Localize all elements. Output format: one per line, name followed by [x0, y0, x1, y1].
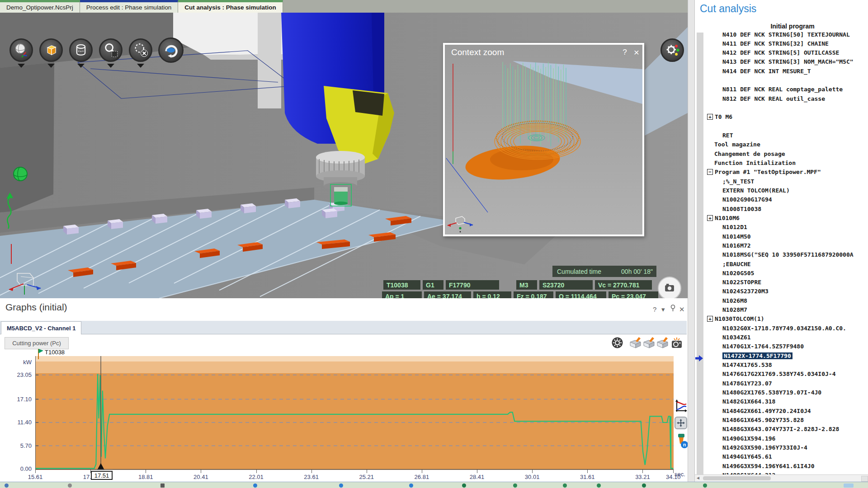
gcode-line[interactable]: N1002G90G17G94 — [695, 195, 868, 204]
windows-taskbar[interactable] — [0, 482, 868, 488]
help-icon[interactable]: ? — [619, 48, 631, 57]
chart-export-button[interactable] — [629, 337, 642, 351]
gcode-line[interactable]: N1482G1X664.318 — [695, 397, 868, 406]
gcode-line[interactable]: N1024S23720M3 — [695, 287, 868, 296]
gcode-line[interactable]: N1496G3X594.196Y641.61I4J0 — [695, 461, 868, 470]
tab-cut-analysis[interactable]: Cut analysis : Phase simulation — [178, 0, 283, 13]
gcode-line[interactable]: N1028M7 — [695, 305, 868, 314]
gcode-line[interactable] — [695, 103, 868, 113]
chevron-down-icon[interactable]: ▾ — [661, 305, 665, 314]
zoom-dropdown[interactable] — [107, 64, 114, 68]
chart-export-button[interactable] — [643, 337, 655, 351]
display-settings-button[interactable] — [660, 38, 684, 62]
gcode-line[interactable]: N811 DEF NCK REAL comptage_palette — [695, 85, 868, 94]
deselect-button[interactable] — [129, 38, 152, 62]
cursor-time-box[interactable]: 17.51 — [91, 471, 113, 480]
simulation-3d-viewport[interactable]: Context zoom ? × — [0, 13, 688, 298]
taskbar-app-icon[interactable] — [513, 483, 517, 488]
gcode-line[interactable]: ;%_N_TEST — [695, 177, 868, 186]
chart-export-button[interactable] — [656, 337, 669, 351]
context-zoom-window[interactable]: Context zoom ? × — [443, 43, 644, 236]
panel-splitter[interactable] — [688, 0, 695, 482]
gcode-line[interactable]: N1474X1765.538 — [695, 361, 868, 370]
view-orientation-button[interactable] — [9, 38, 33, 62]
chart-snapshot-button[interactable] — [670, 337, 684, 351]
close-icon[interactable]: ✕ — [679, 305, 685, 314]
gcode-line[interactable]: N1486G1X645.902Y735.828 — [695, 415, 868, 424]
gcode-line[interactable]: +N1030TOLCOM(1) — [695, 314, 868, 324]
taskbar-app-icon[interactable] — [339, 483, 343, 488]
gcode-line[interactable]: N1008T10038 — [695, 204, 868, 213]
gcode-line[interactable]: N1470G1X-1764.5Z57F9480 — [695, 342, 868, 351]
close-icon[interactable]: × — [631, 47, 642, 58]
view-orientation-dropdown[interactable] — [18, 64, 25, 68]
gcode-line[interactable]: N1494G1Y645.61 — [695, 452, 868, 461]
gcode-line[interactable]: N1490G1X594.196 — [695, 434, 868, 443]
taskbar-app-icon[interactable] — [160, 483, 165, 488]
tab-project[interactable]: Demo_Optipower.NcsPrj — [0, 0, 80, 13]
gcode-line[interactable] — [695, 122, 868, 131]
gcode-line[interactable]: Function Initialization — [695, 158, 868, 167]
cutting-power-chart[interactable] — [35, 356, 674, 470]
gcode-line[interactable]: N1034Z61 — [695, 333, 868, 342]
chart-gear-button[interactable] — [611, 337, 623, 351]
gcode-line[interactable]: +N1010M6 — [695, 213, 868, 222]
gcode-line[interactable]: N1020G505 — [695, 268, 868, 277]
taskbar-app-icon[interactable] — [409, 483, 413, 488]
gcode-line[interactable]: N411 DEF NCK STRING[32] CHAINE — [695, 39, 868, 48]
gcode-line[interactable]: N1032G0X-1718.78Y749.034Z150.A0.C0. — [695, 324, 868, 333]
deselect-dropdown[interactable] — [137, 64, 144, 68]
pin-icon[interactable] — [670, 305, 676, 313]
cutting-power-series-button[interactable]: Cutting power (Pc) — [5, 337, 69, 349]
taskbar-app-icon[interactable] — [642, 483, 646, 488]
gcode-line[interactable] — [695, 76, 868, 85]
gcode-line[interactable]: Changement de posage — [695, 149, 868, 158]
gcode-line[interactable]: N1478G1Y723.07 — [695, 379, 868, 388]
taskbar-app-icon[interactable] — [703, 483, 707, 488]
gcode-line[interactable]: N1476G17G2X1769.538Y745.034I0J-4 — [695, 370, 868, 379]
taskbar-app-icon[interactable] — [563, 483, 567, 488]
isometric-view-button[interactable] — [39, 38, 63, 62]
expand-plus-icon[interactable]: + — [707, 316, 713, 322]
gcode-line[interactable]: EXTERN TOLCOM(REAL) — [695, 186, 868, 195]
gcode-line[interactable]: N1026M8 — [695, 296, 868, 305]
zoom-button[interactable] — [99, 38, 123, 62]
gcode-line[interactable]: N812 DEF NCK REAL outil_casse — [695, 94, 868, 103]
taskbar-app-icon[interactable] — [68, 483, 72, 488]
expand-plus-icon[interactable]: + — [707, 215, 713, 221]
stock-dropdown[interactable] — [77, 64, 85, 68]
scrollbar-thumb[interactable] — [703, 476, 771, 480]
compare-curves-button[interactable] — [675, 399, 687, 415]
record-button[interactable] — [658, 277, 681, 298]
gcode-line[interactable]: N1488G3X643.074Y737I-2.828J-2.828 — [695, 425, 868, 434]
pan-chart-button[interactable] — [675, 417, 687, 429]
gcode-line[interactable]: N410 DEF NCK STRING[50] TEXTEJOURNAL — [695, 30, 868, 39]
gcode-line[interactable]: N413 DEF NCK STRING[3] NOM_MACH="M5C" — [695, 57, 868, 66]
gcode-line[interactable]: N1022STOPRE — [695, 278, 868, 287]
gcode-line[interactable]: N1480G2X1765.538Y719.07I-4J0 — [695, 388, 868, 397]
taskbar-app-icon[interactable] — [253, 483, 257, 488]
gcode-line[interactable]: +T0 M6 — [695, 113, 868, 122]
gcode-line[interactable]: N1016M72 — [695, 241, 868, 250]
taskbar-app-icon[interactable] — [597, 483, 601, 488]
horizontal-scrollbar[interactable]: ◄ — [695, 474, 868, 482]
help-icon[interactable]: ? — [653, 305, 656, 313]
rotate-view-button[interactable] — [158, 38, 184, 63]
isometric-dropdown[interactable] — [47, 64, 55, 68]
stock-view-button[interactable] — [69, 38, 93, 62]
gcode-line[interactable]: N1484G2X661.49Y720.24I0J4 — [695, 406, 868, 415]
collapse-minus-icon[interactable]: − — [707, 169, 713, 175]
gcode-line[interactable]: ;EBAUCHE — [695, 259, 868, 268]
gcode-line[interactable]: −Program #1 "TestOptipower.MPF" — [695, 168, 868, 177]
gcode-line-current[interactable]: N1472X-1774.5F17790 — [695, 351, 868, 360]
expand-plus-icon[interactable]: + — [707, 114, 713, 120]
gcode-line[interactable]: N1014M50 — [695, 232, 868, 241]
taskbar-tray-item[interactable] — [844, 483, 854, 488]
graph-tab-channel1[interactable]: M5ABCD_V2 - Channel 1 — [1, 321, 81, 334]
tab-process-edit[interactable]: Process edit : Phase simulation — [80, 0, 178, 13]
gcode-line[interactable]: N1012D1 — [695, 223, 868, 232]
tool-info-button[interactable]: n — [675, 433, 689, 452]
taskbar-app-icon[interactable] — [5, 483, 9, 488]
gcode-line[interactable]: Tool magazine — [695, 140, 868, 149]
gcode-line[interactable]: RET — [695, 131, 868, 140]
